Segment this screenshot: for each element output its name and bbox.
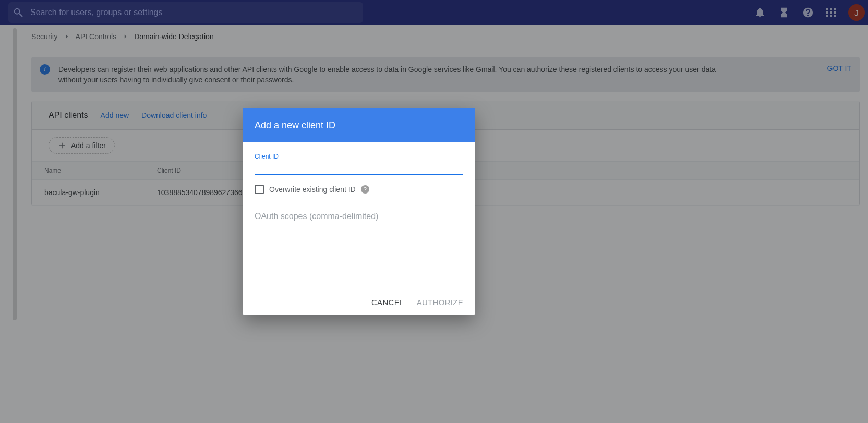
cancel-button[interactable]: CANCEL (371, 298, 404, 307)
authorize-button[interactable]: AUTHORIZE (417, 298, 463, 307)
add-client-id-dialog: Add a new client ID Client ID Overwrite … (243, 108, 475, 315)
dialog-title: Add a new client ID (243, 108, 475, 142)
client-id-label: Client ID (255, 153, 463, 160)
oauth-scopes-input[interactable] (255, 209, 439, 223)
overwrite-label: Overwrite existing client ID (269, 185, 356, 194)
help-icon[interactable]: ? (361, 185, 369, 194)
client-id-input[interactable] (255, 160, 463, 175)
overwrite-checkbox[interactable] (255, 185, 264, 194)
